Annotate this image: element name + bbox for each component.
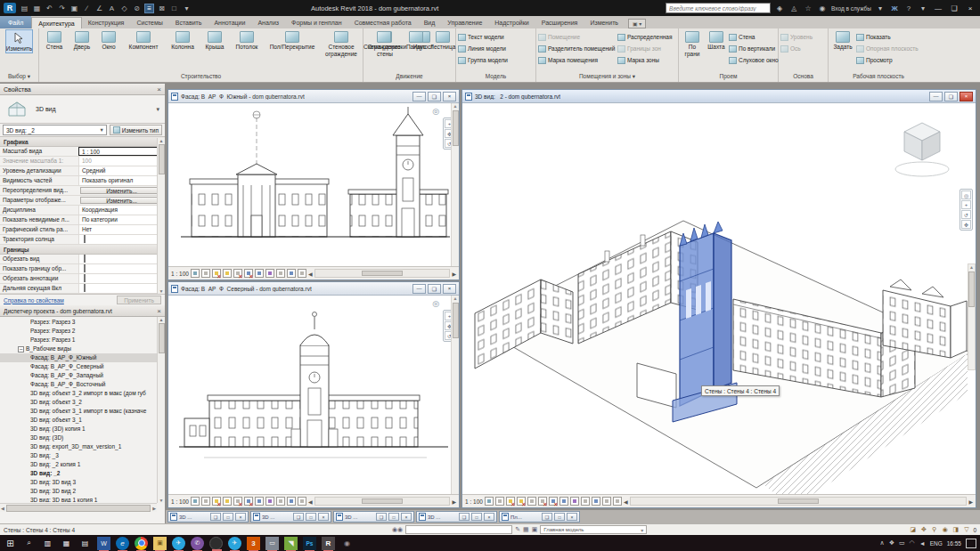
tab-collaborate[interactable]: Совместная работа — [348, 17, 418, 28]
close-hidden-windows-icon[interactable]: ⊠ — [157, 4, 167, 13]
word-icon[interactable]: W — [97, 537, 110, 550]
photoshop-icon[interactable]: Ps — [303, 537, 316, 550]
print-icon[interactable]: ▣ — [69, 4, 79, 13]
worksets-icon[interactable]: ▦ — [523, 526, 529, 533]
edit-display-button[interactable]: Изменить... — [80, 197, 163, 204]
tab-annotate[interactable]: Аннотации — [208, 17, 251, 28]
properties-help-link[interactable]: Справка по свойствам — [4, 297, 64, 304]
tree-item[interactable]: Фасад: В_АР_Ф_Северный — [0, 362, 165, 371]
tab-analyze[interactable]: Анализ — [251, 17, 285, 28]
min-close-button[interactable]: × — [401, 513, 412, 521]
design-options-icon[interactable]: ▣ — [532, 526, 538, 533]
constraints-icon[interactable] — [298, 497, 306, 506]
help-dropdown-icon[interactable]: ▾ — [918, 3, 928, 13]
min-close-button[interactable]: × — [567, 513, 577, 521]
sun-path-icon[interactable] — [517, 497, 526, 506]
prop-value[interactable]: По категории — [78, 215, 165, 224]
group-extents[interactable]: Границы^ — [0, 245, 165, 255]
tree-item-selected[interactable]: Фасад: В_АР_Ф_Южный — [0, 353, 165, 362]
scroll-left-icon[interactable]: ◀ — [308, 498, 313, 505]
exclude-options-icon[interactable]: ◪ — [909, 526, 917, 534]
floor-button[interactable]: Пол/Перекрытие — [265, 29, 320, 51]
win-close-button[interactable]: × — [960, 92, 973, 101]
scale-label[interactable]: 1 : 100 — [171, 498, 189, 505]
language-indicator[interactable]: ENG — [930, 540, 943, 547]
win-minimize-button[interactable]: — — [412, 92, 426, 101]
ribbon-state-dropdown[interactable]: ▣ ▾ — [628, 19, 646, 28]
project-browser-close-icon[interactable]: × — [157, 307, 161, 315]
visual-style-icon[interactable] — [212, 269, 221, 278]
steering-wheel-icon[interactable]: ◎ — [961, 190, 971, 199]
rendering-icon[interactable] — [538, 497, 547, 506]
select-links-icon[interactable]: ⚲ — [930, 526, 938, 534]
wall-button[interactable]: Стена — [41, 29, 68, 51]
win-restore-button[interactable]: ❏ — [428, 92, 441, 101]
shaft-button[interactable]: Шахта — [705, 29, 728, 51]
status-search-input[interactable] — [405, 525, 512, 534]
tree-item[interactable]: Фасад: В_АР_Ф_Восточный — [0, 380, 165, 389]
tree-item[interactable]: 3D вид: 3D вид 3 — [0, 478, 165, 487]
railing-button[interactable]: Ограждение — [365, 29, 403, 51]
signin-dropdown-icon[interactable]: ▾ — [875, 3, 886, 13]
temporary-view-icon[interactable] — [287, 497, 296, 506]
prop-value[interactable]: Средний — [78, 166, 165, 175]
file-explorer-icon[interactable]: ▣ — [153, 537, 167, 550]
instance-selector[interactable]: 3D вид: _2▾ — [3, 125, 107, 135]
aligned-dimension-icon[interactable]: ∠ — [94, 4, 104, 13]
show-crop-icon[interactable] — [559, 497, 568, 506]
pan-icon[interactable]: ✥ — [961, 220, 971, 229]
min-restore-button[interactable]: ❏ — [542, 513, 552, 521]
min-restore-button[interactable]: ❏ — [293, 513, 304, 521]
tree-item[interactable]: 3D вид: export_3D_max_version_1 — [0, 442, 165, 451]
tree-item[interactable]: 3D вид: объект 3_1 — [0, 416, 165, 425]
north-vscrollbar[interactable]: ▲ — [451, 296, 459, 494]
steering-wheel-icon[interactable]: ◎ — [432, 107, 439, 116]
sun-path-icon[interactable] — [223, 269, 232, 278]
taskbar-search-icon[interactable]: ⌕ — [22, 537, 36, 550]
visual-style-icon[interactable] — [212, 497, 221, 506]
win-minimize-button[interactable]: — — [412, 284, 426, 294]
tree-item[interactable]: 3D вид: объект 3_1 импорт в макс (казнач… — [0, 407, 165, 416]
navigation-bar[interactable]: ◎ + ↺ ✥ — [960, 189, 973, 231]
redo-icon[interactable]: ↷ — [57, 4, 67, 13]
restore-button[interactable]: ❏ — [948, 3, 960, 13]
exchange-apps-icon[interactable]: Ж — [889, 3, 900, 13]
north-elevation-canvas[interactable]: ◎ + ✥ ↺ ▲ — [168, 296, 459, 494]
minimized-window[interactable]: 3D ...❏□× — [333, 511, 414, 523]
tree-item[interactable]: 3D вид: _3 — [0, 451, 165, 460]
wall-opening-button[interactable]: Стена — [729, 31, 779, 43]
far-clip-checkbox[interactable] — [84, 284, 86, 292]
type-selector[interactable]: 3D вид ▾ — [0, 95, 165, 124]
prop-value[interactable]: Координация — [78, 206, 165, 215]
open-icon[interactable]: ▤ — [20, 4, 29, 13]
room-separator-button[interactable]: Разделитель помещений — [538, 43, 617, 54]
task-view-icon[interactable]: ▥ — [41, 537, 54, 550]
crop-view-checkbox[interactable] — [84, 255, 86, 263]
min-restore-button[interactable]: ❏ — [376, 513, 387, 521]
shadows-icon[interactable] — [527, 497, 536, 506]
panel-rooms-title[interactable]: Помещения и зоны ▾ — [536, 73, 678, 82]
undo-icon[interactable]: ↶ — [45, 4, 54, 13]
visual-style-icon[interactable] — [506, 497, 515, 506]
group-graphics[interactable]: Графика^ — [0, 137, 165, 147]
tree-item[interactable]: Разрез: Разрез 1 — [0, 336, 165, 344]
filter-icon[interactable]: ▽ — [962, 526, 970, 534]
min-close-button[interactable]: × — [318, 513, 329, 521]
action-center-icon[interactable] — [966, 539, 976, 548]
area-tag-button[interactable]: Марка зоны — [617, 54, 674, 66]
win-restore-button[interactable]: ❏ — [944, 92, 958, 101]
switch-windows-icon[interactable]: □ — [169, 4, 179, 13]
min-restore-button[interactable]: ❏ — [210, 513, 221, 521]
win-restore-button[interactable]: ❏ — [428, 284, 441, 294]
south-elevation-canvas[interactable]: ◎ + ✥ ↺ ▲ — [168, 103, 459, 266]
detail-level-icon[interactable] — [495, 497, 504, 506]
remote-desktop-icon[interactable]: ▭ — [265, 537, 279, 550]
scroll-left-icon[interactable]: ◀ — [308, 271, 313, 277]
viewer-button[interactable]: Просмотр — [856, 54, 919, 66]
section-icon[interactable]: ⊘ — [132, 4, 142, 13]
ramp-button[interactable]: Пандус — [404, 29, 429, 51]
tree-item[interactable]: 3D вид: объект 3_2 — [0, 398, 165, 407]
tree-item[interactable]: 3D вид: объект 3_2 импорт в макс (дом гу… — [0, 389, 165, 398]
tree-item[interactable]: 3D вид: 3D вид 1 копия 1 — [0, 496, 165, 502]
show-crop-icon[interactable] — [255, 269, 264, 278]
